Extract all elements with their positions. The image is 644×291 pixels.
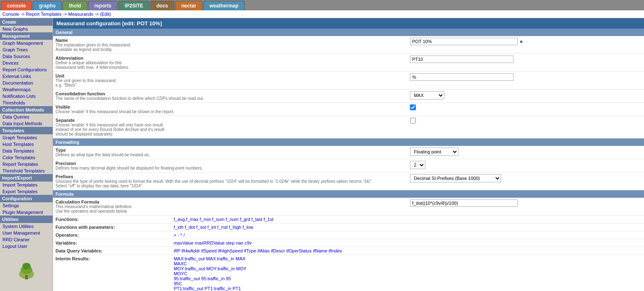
variables-value: maxValue maxRRDValue step nan c9v xyxy=(171,239,644,247)
content: Measurand configuration [edit: POT 10%] … xyxy=(53,18,644,291)
sidebar-section-collection-methods: Collection Methods xyxy=(0,106,53,114)
operators-row: Operators: + - * / xyxy=(53,231,644,239)
field-abbreviation-row: Abbreviation Define a unique abbreviatio… xyxy=(53,54,644,72)
sidebar-item-thresholds[interactable]: Thresholds xyxy=(0,99,53,106)
field-consolidation-row: Consolidation function The name of the c… xyxy=(53,90,644,103)
sidebar-item-graph-templates[interactable]: Graph Templates xyxy=(0,134,53,141)
field-unit-row: Unit The unit given to this measurand.e.… xyxy=(53,72,644,90)
sidebar-item-plugin-management[interactable]: Plugin Management xyxy=(0,209,53,216)
nav-tab-console[interactable]: console xyxy=(1,1,32,10)
sidebar-item-report-configurations[interactable]: Report Configurations xyxy=(0,66,53,73)
sidebar-item-documentation[interactable]: Documentation xyxy=(0,80,53,86)
sidebar-item-rrd-cleaner[interactable]: RRD Cleaner xyxy=(0,236,53,243)
interim-results-row: Interim Results: MAX:traffic_out MAX:tra… xyxy=(53,255,644,291)
nav-tab-reports[interactable]: reports xyxy=(88,1,118,10)
field-separate-label: Separate Choose 'enable' if this measura… xyxy=(53,116,408,138)
top-nav: console graphs thold reports IP2SITE doc… xyxy=(0,0,644,10)
sidebar-item-host-templates[interactable]: Host Templates xyxy=(0,141,53,148)
formatting-form-table: Type Defines as what type the data shoul… xyxy=(53,146,644,190)
nav-tab-nectar[interactable]: nectar xyxy=(175,1,203,10)
nav-tab-weathermap[interactable]: weathermap xyxy=(203,1,245,10)
sidebar-item-settings[interactable]: Settings xyxy=(0,202,53,209)
operators-value: + - * / xyxy=(171,231,644,239)
field-precision-label: Precision Defines how many decimal digit… xyxy=(53,159,408,172)
sidebar-item-logout-user[interactable]: Logout User xyxy=(0,243,53,250)
sidebar-item-data-sources[interactable]: Data Sources xyxy=(0,53,53,60)
page-title: Measurand configuration [edit: POT 10%] xyxy=(53,18,644,29)
field-unit-label: Unit The unit given to this measurand.e.… xyxy=(53,72,408,90)
functions-params-label: Functions with parameters: xyxy=(53,223,171,231)
breadcrumb-measurands[interactable]: Measurands xyxy=(68,12,94,17)
field-separate-value xyxy=(408,116,644,138)
field-calc-formula-label: Calculation Formula This measurand's mat… xyxy=(53,198,408,216)
data-query-vars-label: Data Query Variables: xyxy=(53,247,171,255)
sidebar-section-management: Management xyxy=(0,32,53,40)
sidebar-section-import-export: Import/Export xyxy=(0,174,53,182)
sidebar-section-templates: Templates xyxy=(0,127,53,134)
svg-point-2 xyxy=(22,263,31,269)
sidebar-item-color-templates[interactable]: Color Templates xyxy=(0,154,53,161)
sidebar-item-devices[interactable]: Devices xyxy=(0,60,53,66)
field-unit-value xyxy=(408,72,644,90)
unit-input[interactable] xyxy=(410,73,514,81)
sidebar: Create New Graphs Management Graph Manag… xyxy=(0,18,53,291)
type-select[interactable]: Floating point Integer Scientific notati… xyxy=(410,148,458,156)
field-prefixes-value: Decimal SI-Prefixes (Base 1000) Binary S… xyxy=(408,172,644,190)
sidebar-section-configuration: Configuration xyxy=(0,195,53,202)
name-reset-icon[interactable]: ■ xyxy=(520,39,523,44)
sidebar-item-user-management[interactable]: User Management xyxy=(0,230,53,236)
interim-results-value: MAX:traffic_out MAX:traffic_in MAXMAXCMO… xyxy=(171,255,644,291)
sidebar-item-report-templates[interactable]: Report Templates xyxy=(0,161,53,167)
sidebar-item-system-utilities[interactable]: System Utilities xyxy=(0,223,53,230)
nav-tab-thold[interactable]: thold xyxy=(63,1,87,10)
breadcrumb: Console -> Report Templates -> Measurand… xyxy=(0,10,644,18)
nav-tab-ip2site[interactable]: IP2SITE xyxy=(118,1,150,10)
name-input[interactable] xyxy=(410,38,518,45)
field-consolidation-label: Consolidation function The name of the c… xyxy=(53,90,408,103)
field-visible-label: Visible Choose 'enable' if this measuran… xyxy=(53,103,408,116)
sidebar-item-data-queries[interactable]: Data Queries xyxy=(0,114,53,120)
functions-params-row: Functions with parameters: f_xth f_dot f… xyxy=(53,223,644,231)
field-type-label: Type Defines as what type the data shoul… xyxy=(53,146,408,159)
sidebar-item-threshold-templates[interactable]: Threshold Templates xyxy=(0,167,53,174)
prefixes-select[interactable]: Decimal SI-Prefixes (Base 1000) Binary S… xyxy=(410,174,501,182)
sidebar-item-notification-lists[interactable]: Notification Lists xyxy=(0,93,53,99)
operators-label: Operators: xyxy=(53,231,171,239)
sidebar-item-data-templates[interactable]: Data Templates xyxy=(0,148,53,154)
breadcrumb-report-templates[interactable]: Report Templates xyxy=(26,12,62,17)
sidebar-item-data-input-methods[interactable]: Data Input Methods xyxy=(0,120,53,127)
breadcrumb-console[interactable]: Console xyxy=(2,12,19,17)
sidebar-item-new-graphs[interactable]: New Graphs xyxy=(0,26,53,32)
field-separate-row: Separate Choose 'enable' if this measura… xyxy=(53,116,644,138)
sidebar-item-graph-management[interactable]: Graph Management xyxy=(0,40,53,46)
main-layout: Create New Graphs Management Graph Manag… xyxy=(0,18,644,291)
nav-tab-docs[interactable]: docs xyxy=(150,1,174,10)
nav-tab-graphs[interactable]: graphs xyxy=(33,1,62,10)
sidebar-logo xyxy=(0,254,53,283)
separate-checkbox[interactable] xyxy=(410,118,416,124)
field-consolidation-value: MAX MIN AVERAGE LAST xyxy=(408,90,644,103)
functions-label: Functions: xyxy=(53,216,171,223)
field-abbreviation-label: Abbreviation Define a unique abbreviatio… xyxy=(53,54,408,72)
svg-rect-3 xyxy=(25,275,28,279)
interim-results-label: Interim Results: xyxy=(53,255,171,291)
formula-ref-table: Functions: f_avg f_max f_min f_sum f_num… xyxy=(53,216,644,291)
data-query-vars-value: ifIP ifHwAddr ifSpeed ifHighSpeed ifType… xyxy=(171,247,644,255)
variables-label: Variables: xyxy=(53,239,171,247)
sidebar-item-graph-trees[interactable]: Graph Trees xyxy=(0,46,53,53)
sidebar-item-weathermaps[interactable]: Weathermaps xyxy=(0,86,53,93)
precision-select[interactable]: 0 1 2 3 4 5 xyxy=(410,161,425,169)
abbreviation-input[interactable] xyxy=(410,56,514,63)
field-calc-formula-value xyxy=(408,198,644,216)
sidebar-item-external-links[interactable]: External Links xyxy=(0,73,53,80)
field-prefixes-row: Prefixes Chooses the type of prefix beei… xyxy=(53,172,644,190)
field-name-label: Name The explanation given to this measu… xyxy=(53,36,408,54)
calc-formula-input[interactable] xyxy=(410,199,518,207)
field-type-row: Type Defines as what type the data shoul… xyxy=(53,146,644,159)
consolidation-select[interactable]: MAX MIN AVERAGE LAST xyxy=(410,91,444,99)
visible-checkbox[interactable] xyxy=(410,104,416,110)
functions-params-value: f_xth f_dot f_sot f_int f_rnd f_high f_l… xyxy=(171,223,644,231)
field-precision-row: Precision Defines how many decimal digit… xyxy=(53,159,644,172)
sidebar-item-export-templates[interactable]: Export Templates xyxy=(0,188,53,195)
sidebar-item-import-templates[interactable]: Import Templates xyxy=(0,182,53,188)
